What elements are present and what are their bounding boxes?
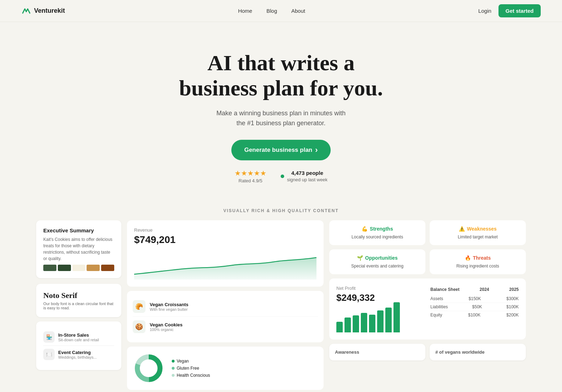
bar-2 <box>345 318 351 332</box>
vegans-title: # of vegans worldwide <box>435 349 520 355</box>
logo-icon <box>21 6 31 16</box>
bar-8 <box>393 302 400 332</box>
executive-summary-card: Executive Summary Kait's Cookies aims to… <box>36 220 121 278</box>
donut-card: Vegan Gluten Free Health Conscious <box>127 347 324 390</box>
bs-year1: 2024 <box>480 287 489 292</box>
opportunities-desc: Special events and catering <box>335 264 420 269</box>
awareness-title: Awareness <box>335 349 420 355</box>
nav-right: Login Get started <box>478 4 541 17</box>
bar-chart <box>336 308 425 332</box>
strengths-icon: 💪 <box>362 226 368 232</box>
swot-grid: 💪 Strengths Locally sourced ingredients … <box>329 220 526 274</box>
strengths-title: 💪 Strengths <box>335 226 420 232</box>
green-dot <box>281 175 284 178</box>
nav-links: Home Blog About <box>238 8 305 14</box>
health-conscious-label: Health Conscious <box>177 373 210 378</box>
equity-label: Equity <box>430 313 442 318</box>
cookies-icon: 🍪 <box>133 320 145 333</box>
signups-block: 4,473 people signed up last week <box>281 170 327 183</box>
swot-strengths: 💪 Strengths Locally sourced ingredients <box>329 220 425 245</box>
channel-in-store-info: In-Store Sales Sit-down cafe and retail <box>58 332 99 342</box>
vegan-dot <box>172 360 175 363</box>
balance-sheet: Balance Sheet 2024 2025 Assets $150K $30… <box>430 286 519 332</box>
get-started-button[interactable]: Get started <box>498 4 541 17</box>
assets-label: Assets <box>430 296 443 301</box>
swatch-3 <box>72 265 86 271</box>
vegan-label: Vegan <box>177 359 189 364</box>
threats-icon: 🔥 <box>465 255 471 261</box>
channel-catering: 🍽️ Event Catering Weddings, birthdays... <box>43 346 114 363</box>
donut-legend: Vegan Gluten Free Health Conscious <box>172 359 210 378</box>
opportunities-icon: 🌱 <box>357 255 363 261</box>
catering-icon: 🍽️ <box>43 349 55 360</box>
bar-6 <box>377 310 384 332</box>
revenue-chart <box>134 251 316 280</box>
swatch-2 <box>58 265 71 271</box>
equity-val1: $100K <box>468 313 480 318</box>
legend-gluten-free: Gluten Free <box>172 366 210 371</box>
donut-chart <box>133 352 165 384</box>
bar-1 <box>336 322 343 332</box>
font-name: Noto Serif <box>43 291 114 300</box>
hero-headline: AI that writes a business plan for you. <box>157 50 405 101</box>
revenue-value: $749,201 <box>134 234 316 245</box>
threats-desc: Rising ingredient costs <box>435 264 520 269</box>
equity-val2: $200K <box>506 313 519 318</box>
croissant-icon: 🥐 <box>133 300 145 313</box>
hero-subtitle: Make a winning business plan in minutes … <box>14 108 548 129</box>
left-panel: Executive Summary Kait's Cookies aims to… <box>36 220 121 390</box>
middle-panel: Revenue $749,201 🥐 <box>127 220 324 390</box>
legend-health-conscious: Health Conscious <box>172 373 210 378</box>
product-cookies: 🍪 Vegan Cookies 100% organic <box>133 317 318 337</box>
nav-home[interactable]: Home <box>238 8 252 14</box>
revenue-card: Revenue $749,201 <box>127 220 324 287</box>
cookies-name: Vegan Cookies <box>150 322 182 327</box>
weaknesses-desc: Limited target market <box>435 234 520 239</box>
swatch-5 <box>101 265 114 271</box>
net-profit-left: Net Profit $249,332 <box>336 286 425 332</box>
nav-about[interactable]: About <box>291 8 305 14</box>
threats-title: 🔥 Threats <box>435 255 520 261</box>
bs-header: Balance Sheet 2024 2025 <box>430 287 519 292</box>
hero-section: AI that writes a business plan for you. … <box>0 22 562 198</box>
liabilities-label: Liabilities <box>430 304 448 309</box>
vegans-card: # of vegans worldwide <box>430 344 526 360</box>
croissants-name: Vegan Croissants <box>150 302 188 307</box>
revenue-label: Revenue <box>134 227 316 233</box>
bs-year2: 2025 <box>509 287 519 292</box>
rated-text: Rated 4.9/5 <box>235 178 266 183</box>
stars: ★★★★★ <box>235 169 266 177</box>
in-store-sub: Sit-down cafe and retail <box>58 338 99 342</box>
bs-equity: Equity $100K $200K <box>430 311 519 319</box>
swatch-4 <box>87 265 100 271</box>
signups-info: 4,473 people signed up last week <box>287 170 327 183</box>
logo[interactable]: Venturekit <box>21 6 65 16</box>
assets-val2: $300K <box>506 296 519 301</box>
weaknesses-icon: ⚠️ <box>459 226 465 232</box>
swot-opportunities: 🌱 Opportunities Special events and cater… <box>329 249 425 274</box>
liabilities-val1: $50K <box>472 304 482 309</box>
cookies-info: Vegan Cookies 100% organic <box>150 322 182 332</box>
rating-block: ★★★★★ Rated 4.9/5 <box>235 169 266 183</box>
bs-assets: Assets $150K $300K <box>430 295 519 303</box>
exec-text: Kait's Cookies aims to offer delicious t… <box>43 236 114 262</box>
legend-vegan: Vegan <box>172 359 210 364</box>
bar-4 <box>361 313 367 332</box>
dashboard: Executive Summary Kait's Cookies aims to… <box>15 220 547 392</box>
net-label: Net Profit <box>336 286 425 291</box>
logo-text: Venturekit <box>34 7 65 15</box>
nav-blog[interactable]: Blog <box>266 8 277 14</box>
generate-button[interactable]: Generate business plan <box>231 140 330 160</box>
assets-val1: $150K <box>469 296 481 301</box>
navigation: Venturekit Home Blog About Login Get sta… <box>0 0 562 22</box>
cookies-sub: 100% organic <box>150 327 182 332</box>
catering-sub: Weddings, birthdays... <box>58 355 97 359</box>
channel-in-store: 🏪 In-Store Sales Sit-down cafe and retai… <box>43 328 114 346</box>
hero-stats: ★★★★★ Rated 4.9/5 4,473 people signed up… <box>14 169 548 183</box>
bar-7 <box>385 308 392 332</box>
exec-title: Executive Summary <box>43 227 114 233</box>
login-link[interactable]: Login <box>478 8 491 14</box>
gluten-free-label: Gluten Free <box>177 366 199 371</box>
catering-name: Event Catering <box>58 350 97 355</box>
bs-liabilities: Liabilities $50K $100K <box>430 303 519 311</box>
